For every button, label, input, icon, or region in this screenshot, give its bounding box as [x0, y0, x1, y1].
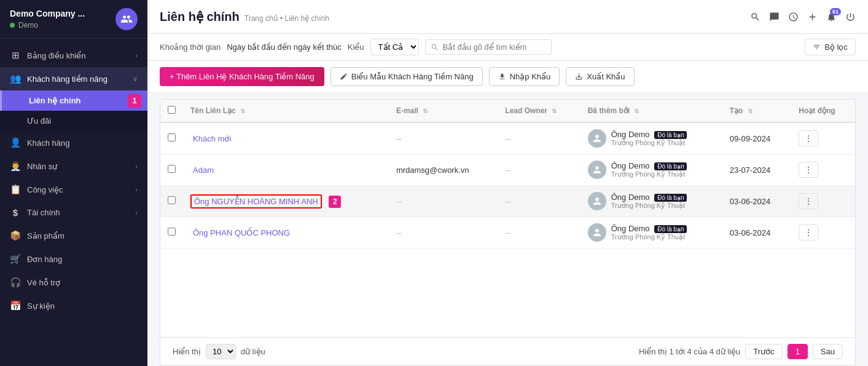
chat-icon-btn[interactable]	[769, 12, 780, 22]
action-cell: ⋮	[791, 217, 855, 249]
email-cell: --	[389, 217, 498, 249]
created-cell: 09-09-2024	[722, 122, 792, 154]
lead-owner-value: --	[505, 134, 510, 143]
row-checkbox-cell	[160, 186, 183, 217]
contacts-table: Tên Liên Lạc ⇅ E-mail ⇅ Lead Owner ⇅ Đ	[160, 100, 855, 249]
table-row: Ông NGUYỄN HOÀNG MINH ANH 2 -- -- Ông De…	[160, 186, 855, 217]
next-page-button[interactable]: Sau	[813, 344, 843, 359]
sidebar-subitem-lien-he-chinh[interactable]: Liên hệ chính 1	[0, 90, 147, 111]
row-checkbox[interactable]	[168, 196, 176, 204]
user-avatar-icon[interactable]	[115, 8, 138, 30]
add-icon-btn[interactable]	[807, 12, 818, 22]
added-by-cell: Ông Demo Đó là bạn Trưởng Phòng Kỹ Thuật	[581, 154, 722, 186]
sidebar-item-label: Bảng điều khiển	[27, 51, 129, 60]
step-1-badge: 1	[128, 94, 141, 108]
power-icon-btn[interactable]	[845, 12, 856, 22]
export-button[interactable]: Xuất Khẩu	[566, 67, 634, 86]
created-cell: 03-06-2024	[722, 217, 792, 249]
owner-cell: Ông Demo Đó là bạn Trưởng Phòng Kỹ Thuật	[588, 161, 715, 179]
chevron-right-icon: ›	[135, 162, 138, 170]
owner-name-text: Ông Demo	[611, 161, 650, 170]
row-checkbox[interactable]	[168, 133, 176, 141]
form-btn-label: Biểu Mẫu Khách Hàng Tiềm Năng	[351, 72, 474, 81]
notifications-icon-btn[interactable]: 61	[826, 12, 837, 22]
contact-name[interactable]: Ông NGUYỄN HOÀNG MINH ANH	[190, 194, 322, 209]
sidebar-item-orders[interactable]: 🛒 Đơn hàng	[0, 247, 147, 271]
form-button[interactable]: Biểu Mẫu Khách Hàng Tiềm Năng	[330, 67, 483, 86]
sidebar-item-prospects[interactable]: 👥 Khách hàng tiềm năng ∨	[0, 67, 147, 90]
owner-avatar	[588, 223, 606, 242]
sidebar-subitem-uu-dai[interactable]: Ưu đãi	[0, 111, 147, 131]
hr-icon: 👨‍💼	[10, 161, 21, 172]
search-icon-btn[interactable]	[750, 12, 760, 22]
sort-icon: ⇅	[552, 108, 557, 114]
owner-name: Ông Demo Đó là bạn	[611, 130, 687, 139]
search-icon	[431, 43, 439, 52]
sidebar-item-tasks[interactable]: 📋 Công việc ›	[0, 178, 147, 201]
owner-avatar	[588, 129, 606, 148]
import-button[interactable]: Nhập Khẩu	[489, 67, 560, 86]
sidebar: Demo Company ... Demo ⊞ Bảng điều khiển …	[0, 0, 147, 366]
row-checkbox-cell	[160, 122, 183, 154]
per-page-select[interactable]: 10 25 50	[206, 344, 236, 359]
add-contact-button[interactable]: + Thêm Liên Hệ Khách Hàng Tiềm Năng	[160, 67, 324, 86]
lead-owner-cell: --	[498, 186, 580, 217]
search-box	[425, 39, 552, 55]
sort-icon: ⇅	[748, 108, 753, 114]
search-input[interactable]	[443, 42, 546, 52]
owner-badge: Đó là bạn	[654, 162, 687, 170]
owner-name-text: Ông Demo	[611, 130, 650, 139]
table-body: Khách mới -- -- Ông Demo Đó là bạn	[160, 122, 855, 249]
table-row: Ông PHAN QUỐC PHONG -- -- Ông Demo Đó	[160, 217, 855, 249]
row-action-button[interactable]: ⋮	[799, 225, 818, 241]
owner-cell: Ông Demo Đó là bạn Trưởng Phòng Kỹ Thuật	[588, 129, 715, 148]
contact-name[interactable]: Khách mới	[190, 133, 233, 145]
clock-icon-btn[interactable]	[788, 12, 799, 22]
edit-icon	[340, 73, 348, 81]
sidebar-item-finance[interactable]: $ Tài chính ›	[0, 201, 147, 224]
subitem-label: Ưu đãi	[27, 116, 51, 125]
import-icon	[498, 73, 506, 81]
show-label: Hiển thị	[173, 347, 201, 356]
row-checkbox[interactable]	[168, 165, 176, 173]
created-cell: 23-07-2024	[722, 154, 792, 186]
email-value: --	[396, 134, 402, 143]
sidebar-item-support[interactable]: 🎧 Vé hỗ trợ	[0, 271, 147, 294]
owner-avatar	[588, 192, 606, 210]
sidebar-item-label: Sự kiện	[27, 301, 138, 311]
data-label: dữ liệu	[241, 347, 265, 356]
select-all-checkbox[interactable]	[168, 106, 176, 114]
sidebar-item-dashboard[interactable]: ⊞ Bảng điều khiển ›	[0, 44, 147, 67]
filter-button[interactable]: Bộ lọc	[805, 39, 856, 55]
type-filter-select[interactable]: Tất Cả	[370, 39, 419, 55]
sidebar-item-hr[interactable]: 👨‍💼 Nhân sự ›	[0, 154, 147, 178]
row-checkbox[interactable]	[168, 228, 176, 236]
prev-page-button[interactable]: Trước	[745, 344, 782, 359]
action-cell: ⋮	[791, 122, 855, 154]
time-filter-value: Ngày bắt đầu đến ngày kết thúc	[227, 42, 342, 52]
email-cell: --	[389, 186, 498, 217]
created-date: 03-06-2024	[730, 197, 771, 206]
demo-status-dot	[10, 23, 15, 28]
contacts-table-container: Tên Liên Lạc ⇅ E-mail ⇅ Lead Owner ⇅ Đ	[160, 99, 856, 338]
sidebar-item-events[interactable]: 📅 Sự kiện	[0, 294, 147, 317]
content-wrapper: Tên Liên Lạc ⇅ E-mail ⇅ Lead Owner ⇅ Đ	[147, 93, 868, 366]
lead-owner-value: --	[505, 165, 510, 175]
row-action-button[interactable]: ⋮	[799, 130, 818, 146]
filter-icon	[813, 43, 821, 51]
row-action-button[interactable]: ⋮	[799, 162, 818, 178]
col-created: Tạo ⇅	[722, 100, 792, 122]
actions-bar: + Thêm Liên Hệ Khách Hàng Tiềm Năng Biểu…	[147, 61, 868, 93]
contact-name[interactable]: Adam	[190, 164, 216, 176]
row-action-button[interactable]: ⋮	[799, 193, 818, 209]
email-cell: mrdamsg@cwork.vn	[389, 154, 498, 186]
owner-info: Ông Demo Đó là bạn Trưởng Phòng Kỹ Thuật	[611, 130, 687, 147]
current-page-button[interactable]: 1	[788, 344, 808, 359]
owner-badge: Đó là bạn	[654, 194, 687, 202]
support-icon: 🎧	[10, 277, 21, 288]
sidebar-item-products[interactable]: 📦 Sản phẩm	[0, 224, 147, 247]
action-cell: ⋮	[791, 154, 855, 186]
sidebar-item-customers[interactable]: 👤 Khách hàng	[0, 131, 147, 154]
contact-name[interactable]: Ông PHAN QUỐC PHONG	[190, 227, 292, 239]
sidebar-item-label: Tài chính	[27, 208, 129, 217]
